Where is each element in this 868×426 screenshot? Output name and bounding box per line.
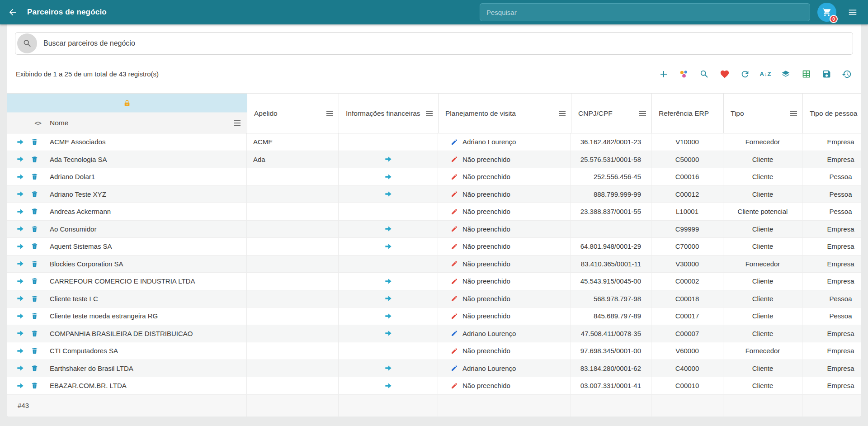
column-menu-icon[interactable] <box>326 111 333 116</box>
financial-info-arrow-icon[interactable] <box>384 329 393 338</box>
edit-visit-pencil-icon[interactable] <box>451 225 458 232</box>
edit-visit-pencil-icon[interactable] <box>451 243 458 250</box>
delete-icon[interactable] <box>31 312 38 320</box>
delete-icon[interactable] <box>31 208 38 215</box>
delete-icon[interactable] <box>31 156 38 163</box>
column-header-nome[interactable]: Nome <box>45 113 247 133</box>
open-record-arrow-icon[interactable] <box>16 137 25 147</box>
table-row[interactable]: Ao Consumidor Não preenchido C99999 Clie… <box>7 221 861 238</box>
open-record-arrow-icon[interactable] <box>16 312 25 321</box>
column-menu-icon[interactable] <box>790 111 797 116</box>
global-search-input[interactable] <box>480 3 810 21</box>
financial-info-arrow-icon[interactable] <box>384 155 393 164</box>
partner-search-input[interactable] <box>15 32 853 55</box>
delete-icon[interactable] <box>31 225 38 233</box>
table-row[interactable]: Adriano Dolar1 Não preenchido 252.556.45… <box>7 168 861 186</box>
table-row[interactable]: Blockies Corporation SA Não preenchido 8… <box>7 256 861 273</box>
edit-visit-pencil-icon[interactable] <box>451 138 458 146</box>
delete-icon[interactable] <box>31 347 38 355</box>
table-row[interactable]: ACME Associados ACME Adriano Lourenço 36… <box>7 133 861 151</box>
edit-visit-pencil-icon[interactable] <box>451 312 458 320</box>
financial-info-arrow-icon[interactable] <box>384 312 393 321</box>
financial-info-arrow-icon[interactable] <box>384 189 393 199</box>
financial-info-arrow-icon[interactable] <box>384 277 393 286</box>
table-row[interactable]: Adriano Teste XYZ Não preenchido 888.799… <box>7 186 861 204</box>
table-row[interactable]: Cliente teste LC Não preenchido 568.978.… <box>7 290 861 308</box>
open-record-arrow-icon[interactable] <box>16 155 25 164</box>
open-record-arrow-icon[interactable] <box>16 381 25 390</box>
open-record-arrow-icon[interactable] <box>16 172 25 181</box>
column-header-informacoes-financeiras[interactable]: Informações financeiras <box>339 94 438 133</box>
column-header-planejamento-de-visita[interactable]: Planejamento de visita <box>438 94 571 133</box>
table-row[interactable]: CTI Computadores SA Não preenchido 97.69… <box>7 342 861 360</box>
open-record-arrow-icon[interactable] <box>16 346 25 355</box>
edit-visit-pencil-icon[interactable] <box>451 364 458 372</box>
edit-visit-pencil-icon[interactable] <box>451 330 458 337</box>
delete-icon[interactable] <box>31 364 38 372</box>
table-row[interactable]: Cliente teste moeda estrangeira RG Não p… <box>7 308 861 325</box>
column-header-cnpj-cpf[interactable]: CNPJ/CPF <box>571 94 651 133</box>
menu-button[interactable] <box>844 3 862 21</box>
delete-icon[interactable] <box>31 277 38 285</box>
table-row[interactable]: CARREFOUR COMERCIO E INDUSTRIA LTDA Não … <box>7 273 861 290</box>
open-record-arrow-icon[interactable] <box>16 329 25 338</box>
edit-visit-pencil-icon[interactable] <box>451 173 458 180</box>
column-header-referencia-erp[interactable]: Referência ERP <box>651 94 723 133</box>
column-menu-icon[interactable] <box>426 111 433 116</box>
financial-info-arrow-icon[interactable] <box>384 294 393 303</box>
search-button[interactable] <box>696 66 712 82</box>
refresh-button[interactable] <box>737 66 753 82</box>
edit-visit-pencil-icon[interactable] <box>451 190 458 198</box>
edit-visit-pencil-icon[interactable] <box>451 295 458 302</box>
save-layout-button[interactable] <box>818 66 835 82</box>
column-menu-icon[interactable] <box>234 120 241 126</box>
delete-icon[interactable] <box>31 330 38 337</box>
table-row[interactable]: Andreas Ackermann Não preenchido 23.388.… <box>7 203 861 221</box>
delete-icon[interactable] <box>31 295 38 303</box>
export-excel-button[interactable] <box>798 66 814 82</box>
column-header-tipo[interactable]: Tipo <box>723 94 802 133</box>
group-button[interactable] <box>778 66 794 82</box>
sort-az-button[interactable]: A↓Z <box>757 66 774 82</box>
table-row[interactable]: Ada Tecnologia SA Ada Não preenchido 25.… <box>7 151 861 169</box>
financial-info-arrow-icon[interactable] <box>384 224 393 233</box>
open-record-arrow-icon[interactable] <box>16 224 25 233</box>
add-button[interactable] <box>656 66 672 82</box>
delete-icon[interactable] <box>31 242 38 250</box>
open-record-arrow-icon[interactable] <box>16 277 25 286</box>
cart-button[interactable]: 0 <box>817 3 836 22</box>
edit-visit-pencil-icon[interactable] <box>451 382 458 389</box>
delete-icon[interactable] <box>31 382 38 389</box>
code-icon[interactable]: <> <box>34 119 41 127</box>
financial-info-arrow-icon[interactable] <box>384 172 393 181</box>
column-menu-icon[interactable] <box>639 111 646 116</box>
open-record-arrow-icon[interactable] <box>16 259 25 268</box>
open-record-arrow-icon[interactable] <box>16 242 25 251</box>
delete-icon[interactable] <box>31 260 38 268</box>
column-header-tipo-de-pessoa[interactable]: Tipo de pessoa <box>802 94 861 133</box>
back-button[interactable] <box>4 3 22 21</box>
magic-filter-button[interactable] <box>676 66 692 82</box>
table-row[interactable]: EBAZAR.COM.BR. LTDA Não preenchido 03.00… <box>7 377 861 395</box>
financial-info-arrow-icon[interactable] <box>384 364 393 373</box>
column-header-apelido[interactable]: Apelido <box>247 94 339 133</box>
edit-visit-pencil-icon[interactable] <box>451 156 458 163</box>
table-row[interactable]: COMPANHIA BRASILEIRA DE DISTRIBUICAO Adr… <box>7 325 861 343</box>
edit-visit-pencil-icon[interactable] <box>451 260 458 267</box>
edit-visit-pencil-icon[interactable] <box>451 278 458 285</box>
delete-icon[interactable] <box>31 190 38 198</box>
delete-icon[interactable] <box>31 173 38 180</box>
table-row[interactable]: Earthshaker do Brasil LTDA Adriano Loure… <box>7 360 861 378</box>
open-record-arrow-icon[interactable] <box>16 294 25 303</box>
open-record-arrow-icon[interactable] <box>16 189 25 199</box>
delete-icon[interactable] <box>31 138 38 146</box>
favorites-button[interactable] <box>717 66 733 82</box>
financial-info-arrow-icon[interactable] <box>384 381 393 390</box>
locked-columns-band[interactable] <box>7 94 247 113</box>
table-row[interactable]: Aquent Sistemas SA Não preenchido 64.801… <box>7 238 861 256</box>
open-record-arrow-icon[interactable] <box>16 364 25 373</box>
history-button[interactable] <box>839 66 855 82</box>
edit-visit-pencil-icon[interactable] <box>451 347 458 355</box>
column-menu-icon[interactable] <box>559 111 566 116</box>
edit-visit-pencil-icon[interactable] <box>451 208 458 215</box>
